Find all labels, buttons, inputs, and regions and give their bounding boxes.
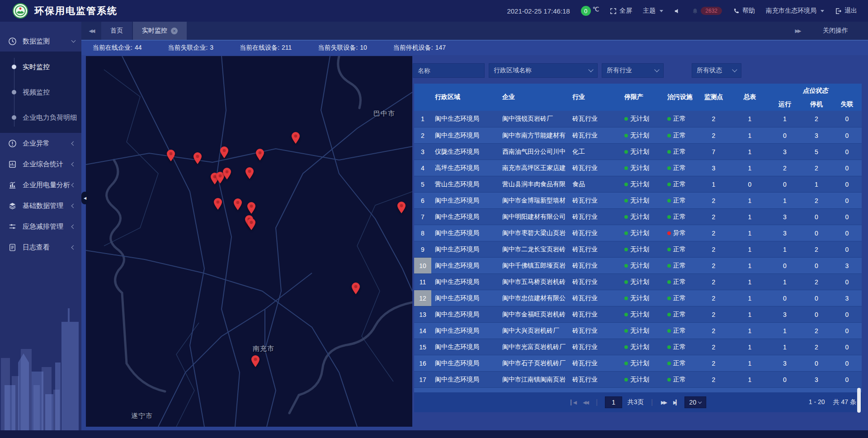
table-row[interactable]: 7阆中生态环境局阆中明阳建材有限公司砖瓦行业无计划正常21300 bbox=[414, 208, 862, 225]
fullscreen-button[interactable]: 全屏 bbox=[610, 7, 632, 15]
theme-dropdown[interactable]: 主题 bbox=[643, 7, 663, 15]
stat-item: 当前失联企业:3 bbox=[168, 44, 213, 52]
table-row[interactable]: 13阆中生态环境局阆中市金福旺页岩机砖砖瓦行业无计划正常21300 bbox=[414, 306, 862, 322]
table-row[interactable]: 3仪陇生态环境局西南油气田分公司川中化工无计划正常71350 bbox=[414, 143, 862, 160]
table-row[interactable]: 2阆中生态环境局阆中市南方节能建材有砖瓦行业无计划正常21030 bbox=[414, 127, 862, 143]
map-pin-icon[interactable] bbox=[247, 202, 256, 214]
cell-stopped: 2 bbox=[801, 197, 832, 204]
prev-page-icon[interactable]: ◀◀ bbox=[582, 400, 589, 405]
last-page-icon[interactable]: ▶▎ bbox=[672, 400, 679, 405]
table-row[interactable]: 1阆中生态环境局阆中强锐页岩砖厂砖瓦行业无计划正常21120 bbox=[414, 111, 862, 127]
tab-scroll-left-icon[interactable]: ◀◀ bbox=[81, 22, 101, 40]
sidebar-subitem[interactable]: 企业电力负荷明细 bbox=[0, 105, 81, 130]
cell-stopped: 2 bbox=[801, 246, 832, 253]
org-dropdown[interactable]: 南充市生态环境局 bbox=[766, 7, 824, 15]
layers-icon bbox=[8, 202, 17, 210]
cell-company: 阆中市忠信建材有限公 bbox=[498, 294, 567, 302]
cell-running: 1 bbox=[769, 246, 801, 253]
sidebar-item[interactable]: 企业异常 bbox=[0, 133, 81, 154]
audio-mute-button[interactable] bbox=[674, 8, 681, 14]
sidebar-subitem[interactable]: 实时监控 bbox=[0, 54, 81, 80]
page-number-input[interactable] bbox=[605, 396, 622, 408]
table-row[interactable]: 15阆中生态环境局阆中市光富页岩机砖厂砖瓦行业无计划正常21120 bbox=[414, 339, 862, 355]
tab-scroll-right-icon[interactable]: ▶▶ bbox=[788, 28, 807, 34]
table-row[interactable]: 11阆中生态环境局阆中市五马桥页岩机砖砖瓦行业无计划正常21120 bbox=[414, 273, 862, 290]
table-row[interactable]: 9阆中生态环境局阆中市二龙长宝页岩砖砖瓦行业无计划正常21120 bbox=[414, 241, 862, 257]
sidebar-subitem[interactable]: 视频监控 bbox=[0, 80, 81, 105]
map-canvas[interactable]: 巴中市南充市遂宁市 bbox=[86, 56, 412, 427]
facility-text: 正常 bbox=[673, 148, 686, 156]
table-row[interactable]: 12阆中生态环境局阆中市忠信建材有限公砖瓦行业无计划正常21003 bbox=[414, 290, 862, 306]
notification-area[interactable]: 2632 bbox=[692, 7, 722, 15]
table-row[interactable]: 14阆中生态环境局阆中大兴页岩机砖厂砖瓦行业无计划正常21120 bbox=[414, 322, 862, 339]
map-pin-icon[interactable] bbox=[291, 132, 300, 144]
stat-label: 当前在线设备: bbox=[240, 44, 279, 51]
sidebar-item[interactable]: 日志查看 bbox=[0, 237, 81, 258]
cell-region: 阆中生态环境局 bbox=[431, 294, 498, 302]
name-filter-field[interactable] bbox=[413, 63, 485, 78]
sidebar-item[interactable]: 企业综合统计 bbox=[0, 154, 81, 174]
total-pages-label: 共3页 bbox=[627, 398, 644, 406]
tab-实时监控[interactable]: 实时监控× bbox=[133, 22, 187, 40]
table-row[interactable]: 6阆中生态环境局阆中市金博瑞新型墙材砖瓦行业无计划正常21120 bbox=[414, 192, 862, 208]
next-page-icon[interactable]: ▶▶ bbox=[660, 400, 667, 405]
cell-offline: 3 bbox=[832, 262, 862, 269]
map-pin-icon[interactable] bbox=[247, 218, 256, 231]
first-page-icon[interactable]: ▎◀ bbox=[570, 400, 576, 405]
map-pin-icon[interactable] bbox=[251, 355, 260, 367]
stat-value: 211 bbox=[282, 44, 292, 51]
industry-filter-select[interactable]: 所有行业 bbox=[602, 63, 664, 78]
facility-text: 正常 bbox=[673, 213, 686, 221]
map-pin-icon[interactable] bbox=[193, 152, 202, 165]
table-row[interactable]: 5营山生态环境局营山县润丰肉食品有限食品无计划正常10010 bbox=[414, 176, 862, 192]
facility-text: 正常 bbox=[673, 343, 686, 351]
table-row[interactable]: 10阆中生态环境局阆中千佛镇五郎垭页岩砖瓦行业无计划正常21003 bbox=[414, 257, 862, 273]
tab-首页[interactable]: 首页 bbox=[101, 22, 132, 40]
cell-company: 阆中大兴页岩机砖厂 bbox=[498, 327, 567, 335]
name-filter-input[interactable] bbox=[418, 67, 480, 74]
log-icon bbox=[8, 243, 17, 252]
sidebar-item[interactable]: 应急减排管理 bbox=[0, 216, 81, 237]
facility-text: 正常 bbox=[673, 115, 686, 123]
page-size-select[interactable]: 20 bbox=[684, 396, 706, 408]
help-button[interactable]: 帮助 bbox=[733, 7, 755, 15]
map-pin-icon[interactable] bbox=[255, 148, 264, 161]
map-pin-icon[interactable] bbox=[233, 198, 242, 211]
map-pin-icon[interactable] bbox=[397, 201, 406, 214]
facility-text: 正常 bbox=[673, 376, 686, 384]
cell-offline: 0 bbox=[832, 115, 862, 122]
cell-stopped: 0 bbox=[801, 262, 832, 269]
sidebar-item[interactable]: 数据监测 bbox=[0, 31, 81, 52]
status-dot-icon bbox=[624, 134, 628, 137]
map-pin-icon[interactable] bbox=[166, 149, 175, 162]
cell-total-meter: 1 bbox=[731, 165, 769, 172]
status-filter-select[interactable]: 所有状态 bbox=[692, 63, 741, 78]
sidebar-collapse-handle[interactable]: ◀ bbox=[81, 192, 89, 204]
sidebar-item[interactable]: 企业用电量分析 bbox=[0, 174, 81, 195]
map-pin-icon[interactable] bbox=[351, 282, 360, 295]
cell-running: 0 bbox=[769, 295, 801, 302]
table-row[interactable]: 16阆中生态环境局阆中市石子页岩机砖厂砖瓦行业无计划正常21300 bbox=[414, 355, 862, 371]
table-row[interactable]: 4高坪生态环境局南充市高坪区王家店建砖瓦行业无计划正常31220 bbox=[414, 160, 862, 176]
close-operations-button[interactable]: 关闭操作 bbox=[823, 27, 848, 35]
map-pin-icon[interactable] bbox=[213, 198, 222, 210]
map-pin-icon[interactable] bbox=[222, 167, 231, 180]
table-row[interactable]: 18南部生态环境局南部县新华水泥有限公建材加工无计划正常60060 bbox=[414, 387, 862, 392]
tab-close-icon[interactable]: × bbox=[171, 28, 178, 34]
logout-button[interactable]: 退出 bbox=[835, 7, 857, 15]
status-dot-icon bbox=[667, 329, 671, 333]
region-filter-select[interactable]: 行政区域名称 bbox=[489, 63, 598, 78]
row-seq: 12 bbox=[414, 290, 431, 306]
cell-monitor-points: 2 bbox=[697, 360, 731, 367]
table-scrollbar-thumb[interactable] bbox=[857, 388, 861, 413]
table-row[interactable]: 17阆中生态环境局阆中市江南镇阆南页岩砖瓦行业无计划正常21030 bbox=[414, 371, 862, 387]
map-pin-icon[interactable] bbox=[220, 146, 229, 159]
pagination-controls: ▎◀ ◀◀ | 共3页 | ▶▶ ▶▎ 20 bbox=[570, 396, 706, 408]
cell-offline: 0 bbox=[832, 213, 862, 221]
table-row[interactable]: 8阆中生态环境局阆中市枣碧大梁山页岩砖瓦行业无计划异常21300 bbox=[414, 225, 862, 241]
row-seq: 1 bbox=[414, 111, 431, 127]
status-dot-icon bbox=[667, 362, 671, 365]
sidebar-item[interactable]: 基础数据管理 bbox=[0, 195, 81, 216]
map-pin-icon[interactable] bbox=[245, 167, 254, 179]
cell-total-meter: 1 bbox=[731, 327, 769, 334]
